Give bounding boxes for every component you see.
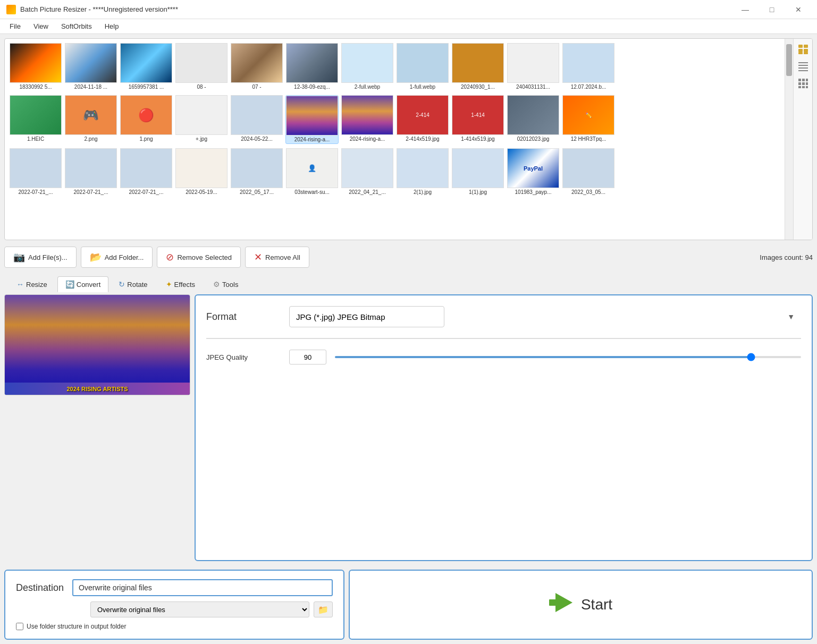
thumbnail-label: 2022_03_05... [562,188,614,196]
gallery-scroll[interactable]: 18330992 5... 2024-11-18 ... 1659957381 … [5,39,785,240]
svg-rect-8 [798,67,808,69]
list-item[interactable]: 07 - [230,43,283,91]
menu-view[interactable]: View [28,21,54,31]
list-item[interactable]: 2022-07-21_... [9,148,62,196]
tab-resize[interactable]: ↔ Resize [9,276,55,292]
toolbar: 📷 Add File(s)... 📂 Add Folder... ⊘ Remov… [4,244,813,270]
tab-bar: ↔ Resize 🔄 Convert ↻ Rotate ✦ Effects ⚙ … [4,274,813,292]
list-item[interactable]: +.jpg [175,95,228,144]
list-item[interactable]: 1-full.webp [396,43,449,91]
menu-softorbits[interactable]: SoftOrbits [56,21,97,31]
convert-icon: 🔄 [65,280,74,289]
start-label: Start [581,596,612,613]
thumbnail-label: 1.HEIC [10,135,62,143]
list-item[interactable]: 18330992 5... [9,43,62,91]
list-item[interactable]: 12-38-09-ezq... [285,43,339,91]
list-item[interactable]: 2022-07-21_... [120,148,173,196]
folder-structure-checkbox[interactable] [16,623,23,630]
add-files-button[interactable]: 📷 Add File(s)... [4,247,77,268]
minimize-button[interactable]: — [733,2,757,18]
menu-help[interactable]: Help [99,21,124,31]
thumbnail-image [231,43,283,83]
list-item[interactable]: 2024-11-18 ... [64,43,117,91]
list-item[interactable]: 08 - [175,43,228,91]
list-item[interactable]: 1659957381 ... [120,43,173,91]
list-item[interactable]: 2022-07-21_... [64,148,117,196]
thumbnail-image [175,95,228,135]
list-item[interactable]: 2022_05_17... [230,148,283,196]
list-item[interactable]: 2024-rising-a... [341,95,394,144]
grid-view-icon[interactable] [797,77,810,90]
thumbnail-label: 2.png [65,135,117,143]
destination-input[interactable] [72,579,333,596]
format-select[interactable]: JPG (*.jpg) JPEG Bitmap PNG (*.png) Port… [289,306,444,327]
start-button[interactable]: Start [549,593,612,617]
tab-rotate[interactable]: ↻ Rotate [111,276,155,292]
thumbnail-image [175,148,228,188]
list-item[interactable]: 2022_03_05... [562,148,615,196]
list-item[interactable]: 20240930_1... [451,43,504,91]
list-item[interactable]: 🎮 2.png [64,95,117,144]
menu-file[interactable]: File [4,21,26,31]
close-button[interactable]: ✕ [786,2,811,18]
tab-effects-label: Effects [174,281,196,289]
thumbnail-image: PayPal [507,148,559,188]
tab-convert[interactable]: 🔄 Convert [57,276,109,292]
add-folder-button[interactable]: 📂 Add Folder... [81,247,153,268]
tab-effects[interactable]: ✦ Effects [158,276,204,292]
gallery-row: 2022-07-21_... 2022-07-21_... 2022-07-21… [9,148,615,196]
tab-tools[interactable]: ⚙ Tools [205,276,246,292]
maximize-button[interactable]: □ [760,2,784,18]
folder-structure-row: Use folder structure in output folder [16,623,333,630]
thumbnail-image [341,43,393,83]
gallery-scrollbar[interactable] [785,39,793,240]
tab-convert-label: Convert [77,281,101,289]
svg-rect-0 [798,45,803,48]
start-arrow-icon [549,593,572,617]
list-item[interactable]: 2-full.webp [341,43,394,91]
thumbnail-label: 2404031131... [507,83,559,91]
list-item[interactable]: 2022_04_21_... [341,148,394,196]
list-item[interactable]: 1-414 1-414x519.jpg [451,95,504,144]
thumbnail-label: 1-414x519.jpg [452,135,504,143]
list-item[interactable]: ✏️ 12 HHR3Tpq... [562,95,615,144]
list-item[interactable]: 2(1).jpg [396,148,449,196]
svg-rect-1 [804,45,808,48]
svg-rect-5 [804,52,808,54]
list-item[interactable]: 2-414 2-414x519.jpg [396,95,449,144]
list-item[interactable]: 2024-rising-a... [285,95,339,144]
gallery-sidebar [793,39,812,240]
list-item[interactable]: 2024-05-22... [230,95,283,144]
list-item[interactable]: 👤 03stewart-su... [285,148,339,196]
thumbnail-label: 2022_04_21_... [341,188,393,196]
list-view-icon[interactable] [797,60,810,73]
quality-input[interactable]: 90 [289,350,326,365]
list-item[interactable]: 2404031131... [507,43,560,91]
scrollbar-track[interactable] [785,39,793,240]
destination-folder-dropdown[interactable]: Overwrite original files Save to folder … [90,601,309,617]
list-item[interactable]: PayPal 101983_payp... [507,148,560,196]
remove-selected-button[interactable]: ⊘ Remove Selected [157,247,241,268]
list-item[interactable]: 1.HEIC [9,95,62,144]
remove-selected-label: Remove Selected [177,253,232,261]
thumbnail-label: 2024-rising-a... [286,135,338,143]
svg-rect-18 [806,86,808,88]
quality-slider[interactable] [335,356,801,358]
remove-all-button[interactable]: ✕ Remove All [245,247,309,268]
thumbnail-view-icon[interactable] [797,43,810,56]
list-item[interactable]: 12.07.2024.b... [562,43,615,91]
thumbnail-label: 2022-07-21_... [120,188,172,196]
list-item[interactable]: 🔴 1.png [120,95,173,144]
scrollbar-thumb[interactable] [786,44,792,76]
list-item[interactable]: 02012023.jpg [507,95,560,144]
start-panel[interactable]: Start [349,570,813,640]
thumbnail-image [10,95,62,135]
window-title: Batch Picture Resizer - ****Unregistered… [20,5,178,13]
list-item[interactable]: 2022-05-19... [175,148,228,196]
browse-folder-button[interactable]: 📁 [314,601,333,617]
list-item[interactable]: 1(1).jpg [451,148,504,196]
settings-panel: Format JPG (*.jpg) JPEG Bitmap PNG (*.pn… [195,294,813,561]
thumbnail-image [397,43,449,83]
dropdown-arrow-icon: ▼ [787,312,795,321]
thumbnail-image [507,95,559,135]
